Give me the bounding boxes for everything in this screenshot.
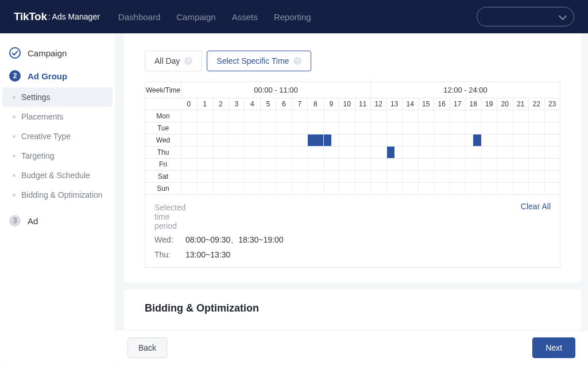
time-slot[interactable] [465,122,481,134]
time-slot[interactable] [450,183,466,194]
time-slot[interactable] [513,147,529,158]
time-slot[interactable] [307,159,323,170]
time-slot[interactable] [544,183,560,194]
time-slot[interactable] [497,147,513,158]
time-slot[interactable] [355,122,371,134]
time-slot[interactable] [212,147,229,158]
time-slot[interactable] [292,171,308,182]
time-slot[interactable] [370,183,386,194]
time-slot[interactable] [465,110,481,122]
time-slot[interactable] [386,171,403,182]
time-slot[interactable] [497,183,513,194]
time-slot[interactable] [386,147,403,158]
time-slot[interactable] [450,147,466,158]
time-slot[interactable] [386,135,403,146]
time-slot[interactable] [307,147,323,158]
sidebar-step-ad[interactable]: 3 Ad [0,209,115,232]
time-slot[interactable] [212,171,229,182]
time-slot[interactable] [434,147,450,158]
time-slot[interactable] [229,171,245,182]
time-slot[interactable] [450,110,466,122]
time-slot[interactable] [339,122,355,134]
time-slot[interactable] [339,171,355,182]
time-slot[interactable] [528,183,544,194]
time-slot[interactable] [307,122,323,134]
time-slot[interactable] [292,135,308,146]
time-slot[interactable] [528,135,544,146]
time-slot[interactable] [481,159,497,170]
time-slot[interactable] [450,122,466,134]
time-slot[interactable] [229,183,245,194]
time-slot[interactable] [370,122,386,134]
time-slot[interactable] [323,171,339,182]
time-slot[interactable] [323,110,339,122]
time-slot[interactable] [244,159,260,170]
time-slot[interactable] [212,135,229,146]
time-slot[interactable] [276,135,292,146]
sidebar-item-targeting[interactable]: Targeting [0,146,115,166]
time-slot[interactable] [181,183,197,194]
tab-all-day[interactable]: All Day ? [145,51,202,71]
tab-select-time[interactable]: Select Specific Time ? [207,51,311,71]
time-slot[interactable] [513,122,529,134]
time-slot[interactable] [323,159,339,170]
time-slot[interactable] [307,171,323,182]
time-slot[interactable] [355,171,371,182]
time-slot[interactable] [481,110,497,122]
time-slot[interactable] [323,135,339,146]
time-slot[interactable] [434,135,450,146]
time-slot[interactable] [197,159,213,170]
time-slot[interactable] [434,110,450,122]
time-slot[interactable] [386,122,403,134]
time-slot[interactable] [402,183,418,194]
time-slot[interactable] [276,183,292,194]
time-slot[interactable] [244,122,260,134]
time-slot[interactable] [323,122,339,134]
time-slot[interactable] [402,159,418,170]
time-slot[interactable] [370,110,386,122]
sidebar-item-settings[interactable]: Settings [2,87,113,107]
time-slot[interactable] [434,183,450,194]
time-slot[interactable] [292,110,308,122]
time-slot[interactable] [513,171,529,182]
time-slot[interactable] [434,122,450,134]
time-slot[interactable] [418,183,434,194]
clear-all-link[interactable]: Clear All [521,202,551,211]
time-slot[interactable] [418,122,434,134]
time-slot[interactable] [528,159,544,170]
time-slot[interactable] [229,159,245,170]
time-slot[interactable] [276,159,292,170]
time-slot[interactable] [260,110,276,122]
time-slot[interactable] [212,159,229,170]
nav-dashboard[interactable]: Dashboard [118,12,160,22]
time-slot[interactable] [418,147,434,158]
time-slot[interactable] [370,159,386,170]
time-slot[interactable] [181,159,197,170]
time-slot[interactable] [497,171,513,182]
time-slot[interactable] [434,159,450,170]
time-slot[interactable] [418,159,434,170]
time-slot[interactable] [355,110,371,122]
time-slot[interactable] [260,171,276,182]
time-slot[interactable] [260,122,276,134]
time-slot[interactable] [181,122,197,134]
time-slot[interactable] [212,122,229,134]
time-slot[interactable] [197,110,213,122]
time-slot[interactable] [497,122,513,134]
time-slot[interactable] [276,147,292,158]
time-slot[interactable] [465,183,481,194]
time-slot[interactable] [418,171,434,182]
nav-assets[interactable]: Assets [232,12,258,22]
time-slot[interactable] [418,135,434,146]
back-button[interactable]: Back [127,337,167,358]
time-slot[interactable] [323,183,339,194]
time-slot[interactable] [181,110,197,122]
time-slot[interactable] [544,135,560,146]
time-slot[interactable] [244,171,260,182]
sidebar-item-creative-type[interactable]: Creative Type [0,126,115,146]
time-slot[interactable] [386,183,403,194]
nav-reporting[interactable]: Reporting [274,12,311,22]
time-slot[interactable] [450,135,466,146]
time-slot[interactable] [292,159,308,170]
time-slot[interactable] [497,135,513,146]
